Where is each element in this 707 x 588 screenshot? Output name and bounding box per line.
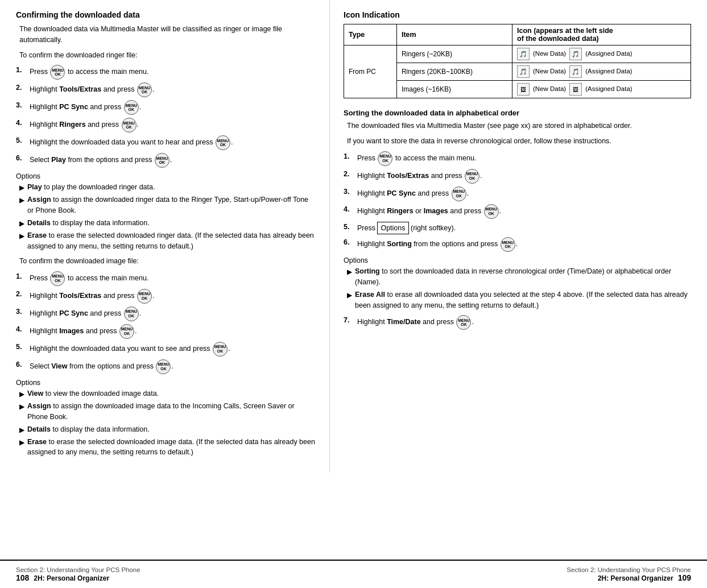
menu-btn: MENUOK xyxy=(465,169,479,184)
sorting-intro1: The downloaded files via Multimedia Mast… xyxy=(344,121,691,131)
menu-btn: MENUOK xyxy=(378,151,392,166)
assigned-data-icon-images: 🖼 xyxy=(569,83,582,96)
ringer-option-erase: ▶Erase to erase the selected downloaded … xyxy=(16,230,316,252)
options-box: Options xyxy=(377,222,408,235)
menu-btn: MENUOK xyxy=(456,315,471,330)
menu-btn: MENUOK xyxy=(122,118,137,132)
ringer-step-3: 3. Highlight PC Sync and press MENUOK. xyxy=(16,100,316,115)
sorting-options-label: Options xyxy=(344,256,691,264)
confirm-image-label: To confirm the downloaded image file: xyxy=(16,256,316,267)
footer-right-sub: 2H: Personal Organizer xyxy=(598,574,673,582)
assigned-data-icon-ringers-100kb: 🎵 xyxy=(569,65,582,78)
left-intro-ringer: The downloaded data via Multimedia Maste… xyxy=(16,24,316,45)
image-step-6: 6. Select View from the options and pres… xyxy=(16,359,316,374)
menu-btn: MENUOK xyxy=(50,271,65,286)
menu-btn: MENUOK xyxy=(213,342,228,357)
sorting-title: Sorting the downloaded data in alphabeti… xyxy=(344,109,691,117)
image-options-list: ▶View to view the downloaded image data.… xyxy=(16,388,316,458)
sorting-option-sorting: ▶Sorting to sort the downloaded data in … xyxy=(344,266,691,288)
columns-area: Confirming the downloaded data The downl… xyxy=(0,0,707,507)
icon-table-item-ringers-20kb: Ringers (~20KB) xyxy=(396,45,512,63)
image-step-3: 3. Highlight PC Sync and press MENUOK. xyxy=(16,307,316,321)
sorting-step-3: 3. Highlight PC Sync and press MENUOK. xyxy=(344,187,691,201)
confirm-ringer-label: To confirm the downloaded ringer file: xyxy=(16,50,316,61)
icon-table-icons-ringers-100kb: 🎵 (New Data) 🎵 (Assigned Data) xyxy=(512,63,691,81)
icon-table-item-images: Images (~16KB) xyxy=(396,81,512,98)
image-steps-list: 1. Press MENUOK to access the main menu.… xyxy=(16,271,316,374)
menu-btn: MENUOK xyxy=(137,82,152,97)
footer-right-section: Section 2: Understanding Your PCS Phone xyxy=(567,566,691,573)
icon-table-icons-images: 🖼 (New Data) 🖼 (Assigned Data) xyxy=(512,81,691,98)
sorting-step-1: 1. Press MENUOK to access the main menu. xyxy=(344,151,691,166)
sorting-step-5: 5. Press Options (right softkey). xyxy=(344,222,691,235)
footer-left-section: Section 2: Understanding Your PCS Phone xyxy=(16,566,140,573)
menu-btn: MENUOK xyxy=(50,65,65,80)
menu-btn: MENUOK xyxy=(484,204,499,219)
image-step-4: 4. Highlight Images and press MENUOK. xyxy=(16,324,316,339)
sorting-step-4: 4. Highlight Ringers or Images and press… xyxy=(344,204,691,219)
icon-table-type: From PC xyxy=(344,45,397,98)
ringer-steps-list: 1. Press MENUOK to access the main menu.… xyxy=(16,65,316,168)
left-section-title: Confirming the downloaded data xyxy=(16,10,316,19)
ringer-options-list: ▶Play to play the downloaded ringer data… xyxy=(16,182,316,251)
icon-table-row-1: From PC Ringers (~20KB) 🎵 (New Data) 🎵 (… xyxy=(344,45,691,63)
image-option-assign: ▶Assign to assign the downloaded image d… xyxy=(16,401,316,423)
footer-left-sub: 2H: Personal Organizer xyxy=(34,574,109,582)
new-data-icon-images: 🖼 xyxy=(517,83,530,96)
ringer-option-assign: ▶Assign to assign the downloaded ringer … xyxy=(16,194,316,216)
menu-btn: MENUOK xyxy=(501,237,515,252)
ringer-step-4: 4. Highlight Ringers and press MENUOK. xyxy=(16,118,316,132)
new-data-icon-ringers-100kb: 🎵 xyxy=(517,65,530,78)
ringer-options-label: Options xyxy=(16,172,316,180)
ringer-step-1: 1. Press MENUOK to access the main menu. xyxy=(16,65,316,80)
sorting-option-erase-all: ▶Erase All to erase all downloaded data … xyxy=(344,289,691,311)
image-option-erase: ▶Erase to erase the selected downloaded … xyxy=(16,437,316,458)
sorting-step-7: 7. Highlight Time/Date and press MENUOK. xyxy=(344,315,691,330)
ringer-step-2: 2. Highlight Tools/Extras and press MENU… xyxy=(16,82,316,97)
page-footer: Section 2: Understanding Your PCS Phone … xyxy=(0,560,707,588)
icon-table-header-icon: Icon (appears at the left sideof the dow… xyxy=(512,24,691,45)
menu-btn: MENUOK xyxy=(155,153,169,168)
image-step-5: 5. Highlight the downloaded data you wan… xyxy=(16,342,316,357)
icon-table-title: Icon Indication xyxy=(344,10,691,19)
page-wrapper: Confirming the downloaded data The downl… xyxy=(0,0,707,588)
image-option-view: ▶View to view the downloaded image data. xyxy=(16,388,316,399)
image-step-2: 2. Highlight Tools/Extras and press MENU… xyxy=(16,289,316,304)
sorting-step7-list: 7. Highlight Time/Date and press MENUOK. xyxy=(344,315,691,330)
menu-btn: MENUOK xyxy=(156,359,171,374)
icon-indication-table: Type Item Icon (appears at the left side… xyxy=(344,24,691,98)
sorting-step-6: 6. Highlight Sorting from the options an… xyxy=(344,237,691,252)
sorting-steps-list: 1. Press MENUOK to access the main menu.… xyxy=(344,151,691,252)
new-data-icon-ringers-20kb: 🎵 xyxy=(517,48,530,60)
icon-table-item-ringers-100kb: Ringers (20KB~100KB) xyxy=(396,63,512,81)
icon-table-header-item: Item xyxy=(396,24,512,45)
ringer-option-play: ▶Play to play the downloaded ringer data… xyxy=(16,182,316,193)
footer-left: Section 2: Understanding Your PCS Phone … xyxy=(16,566,140,582)
left-column: Confirming the downloaded data The downl… xyxy=(0,0,330,473)
sorting-step-2: 2. Highlight Tools/Extras and press MENU… xyxy=(344,169,691,184)
menu-btn: MENUOK xyxy=(137,289,152,304)
icon-table-header-type: Type xyxy=(344,24,397,45)
footer-right: Section 2: Understanding Your PCS Phone … xyxy=(567,566,691,582)
menu-btn: MENUOK xyxy=(124,100,139,115)
icon-table-icons-ringers-20kb: 🎵 (New Data) 🎵 (Assigned Data) xyxy=(512,45,691,63)
menu-btn: MENUOK xyxy=(119,324,134,339)
footer-right-page: 109 xyxy=(678,573,691,582)
image-step-1: 1. Press MENUOK to access the main menu. xyxy=(16,271,316,286)
menu-btn: MENUOK xyxy=(216,135,230,150)
right-column: Icon Indication Type Item Icon (appears … xyxy=(330,0,707,473)
ringer-step-6: 6. Select Play from the options and pres… xyxy=(16,153,316,168)
sorting-options-list: ▶Sorting to sort the downloaded data in … xyxy=(344,266,691,310)
ringer-option-details: ▶Details to display the data information… xyxy=(16,218,316,229)
footer-left-page: 108 xyxy=(16,573,29,582)
assigned-data-icon-ringers-20kb: 🎵 xyxy=(569,48,582,60)
sorting-intro2: If you want to store the data in reverse… xyxy=(344,136,691,147)
ringer-step-5: 5. Highlight the downloaded data you wan… xyxy=(16,135,316,150)
menu-btn: MENUOK xyxy=(124,307,139,321)
image-option-details: ▶Details to display the data information… xyxy=(16,424,316,435)
menu-btn: MENUOK xyxy=(452,187,466,201)
image-options-label: Options xyxy=(16,379,316,387)
